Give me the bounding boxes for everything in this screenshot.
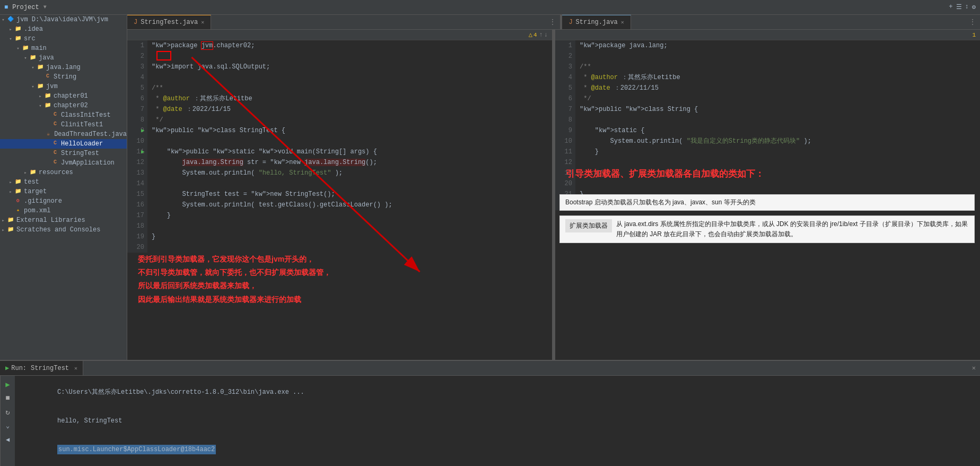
settings-icon[interactable]: ⚙ [972, 3, 976, 11]
tree-arrow-chapter01: ▸ [37, 93, 43, 99]
tab-menu-btn[interactable]: ⋮ [545, 15, 560, 29]
warning-triangle: △ [529, 31, 532, 39]
ext-label-cell: 扩展类加载器 [565, 219, 612, 232]
tab-close-icon2[interactable]: ✕ [621, 19, 624, 25]
console-output: C:\Users\其然乐亦Letitbe\.jdks\corretto-1.8.… [15, 376, 980, 466]
run-gutter-btn2[interactable]: ▶ [141, 146, 145, 157]
code-line-6: */ [580, 93, 976, 104]
tree-label-java-lang: java.lang [46, 64, 81, 71]
code-line-11: ▶ "kw">public "kw">static "kw">void main… [152, 146, 548, 157]
tree-item-java[interactable]: ▾📁java [0, 53, 127, 63]
code-line-6: * @author ：其然乐亦Letitbe [152, 93, 548, 104]
code-line-5: * @date ：2022/11/15 [580, 83, 976, 93]
tree-item-pom[interactable]: ✦pom.xml [0, 206, 127, 215]
cmd-text: C:\Users\其然乐亦Letitbe\.jdks\corretto-1.8.… [57, 389, 304, 396]
output1-text: hello, StringTest [57, 417, 122, 425]
tree-label-clinittest: ClinitTest1 [61, 121, 103, 128]
dropdown-arrow[interactable]: ▼ [43, 4, 47, 10]
tree-arrow-jvm-root: ▾ [0, 17, 6, 23]
tree-item-resources[interactable]: ▸📁resources [0, 168, 127, 177]
tree-item-jvmapplication[interactable]: CJvmApplication [0, 158, 127, 168]
code-line-9: ▶"kw">public "kw">class StringTest { [152, 125, 548, 136]
tab-menu-btn2[interactable]: ⋮ [965, 15, 980, 29]
tree-item-java-lang[interactable]: ▾📁java.lang [0, 63, 127, 72]
line-num-4: 4 [130, 72, 144, 83]
code-line-12: java.lang.String str = "kw">new java.lan… [152, 157, 548, 168]
left-code-lines[interactable]: "kw">package jvm.chapter02; "kw">import … [147, 40, 552, 253]
console-output3 [19, 464, 976, 466]
list-icon[interactable]: ☰ [956, 3, 962, 11]
line-num-7: 7 [558, 104, 572, 115]
tree-arrow-java: ▾ [22, 55, 29, 61]
warning-down-arrow[interactable]: ↓ [544, 31, 548, 39]
tree-arrow-ext-libs: ▸ [0, 218, 6, 223]
tree-label-target: target [24, 188, 47, 195]
tree-item-test[interactable]: ▸📁test [0, 177, 127, 187]
line-num-1: 1 [558, 40, 572, 51]
right-code-lines[interactable]: "kw">package java.lang; /** * @author ：其… [575, 40, 980, 210]
tree-item-chapter02[interactable]: ▾📁chapter02 [0, 101, 127, 110]
tree-item-classinittest[interactable]: CClassInitTest [0, 110, 127, 120]
tree-arrow-target: ▸ [7, 189, 14, 195]
tree-item-jvm-pkg[interactable]: ▾📁jvm [0, 82, 127, 91]
warning-count: 4 [533, 32, 537, 38]
project-sidebar: ▾🔷jvm D:\Java\idea\JVM\jvm▸📁.idea▾📁src▾📁… [0, 15, 127, 360]
project-icon: ■ [4, 4, 8, 11]
tree-arrow-src: ▾ [7, 36, 14, 42]
run-tab-close[interactable]: ✕ [74, 365, 77, 372]
tree-label-java: java [39, 54, 54, 62]
bottom-tab-bar: ▶ Run: StringTest ✕ ✕ [0, 361, 980, 376]
tree-item-stringtest[interactable]: CStringTest [0, 149, 127, 158]
tree-icon-target: 📁 [14, 188, 22, 195]
tree-item-target[interactable]: ▸📁target [0, 187, 127, 196]
tree-icon-pom: ✦ [14, 207, 22, 214]
tab-string[interactable]: J String.java ✕ [562, 15, 631, 29]
tree-item-gitignore[interactable]: ⚙.gitignore [0, 196, 127, 206]
warning-up-arrow[interactable]: ↑ [539, 31, 543, 39]
tree-item-chapter01[interactable]: ▸📁chapter01 [0, 91, 127, 101]
tree-item-string-class[interactable]: CString [0, 72, 127, 82]
tree-icon-clinittest: C [51, 121, 59, 128]
run-tab[interactable]: ▶ Run: StringTest ✕ [0, 361, 83, 375]
warning-count-right: 1 [972, 32, 976, 38]
tree-arrow-resources: ▸ [22, 170, 29, 176]
line-num-16: 16 [130, 200, 144, 210]
tree-item-idea[interactable]: ▸📁.idea [0, 24, 127, 34]
left-code-scroll[interactable]: 1234567891011121314151617181920 "kw">pac… [127, 40, 552, 360]
run-gutter-btn[interactable]: ▶ [141, 125, 145, 136]
tree-icon-chapter01: 📁 [43, 92, 52, 100]
file-tree: ▾🔷jvm D:\Java\idea\JVM\jvm▸📁.idea▾📁src▾📁… [0, 15, 127, 235]
add-icon[interactable]: + [949, 3, 952, 11]
tree-item-helloloader[interactable]: CHelloLoader [0, 139, 127, 149]
scroll-end-icon[interactable]: ⌄ [3, 420, 13, 431]
run-again-icon[interactable]: ▶ [3, 379, 13, 390]
line-num-14: 14 [130, 178, 144, 189]
tree-item-jvm-root[interactable]: ▾🔷jvm D:\Java\idea\JVM\jvm [0, 15, 127, 24]
line-num-10: 10 [130, 136, 144, 146]
code-line-7: * @date ：2022/11/15 [152, 104, 548, 115]
tree-item-scratches[interactable]: ▸📁Scratches and Consoles [0, 225, 127, 235]
tree-label-gitignore: .gitignore [24, 197, 62, 205]
bottom-panel-close[interactable]: ✕ [968, 361, 980, 375]
fold-icon[interactable]: ◀ [3, 434, 13, 445]
tree-item-main[interactable]: ▾📁main [0, 44, 127, 53]
tab-stringtest[interactable]: J StringTest.java ✕ [127, 15, 211, 29]
line-num-8: 8 [130, 115, 144, 125]
sort-icon[interactable]: ↕ [965, 3, 969, 11]
code-line-15: StringTest test = "kw">new StringTest(); [152, 189, 548, 200]
right-code-scroll[interactable]: 12345678910111213202122 "kw">package jav… [555, 40, 980, 360]
tree-icon-ext-libs: 📁 [6, 217, 15, 224]
tree-label-classinittest: ClassInitTest [61, 111, 111, 119]
tree-icon-jvm-root: 🔷 [6, 16, 15, 23]
line-num-6: 6 [558, 93, 572, 104]
stop-icon[interactable]: ■ [3, 393, 13, 403]
tree-item-deadthreadtest[interactable]: ☕DeadThreadTest.java [0, 130, 127, 139]
tree-item-src[interactable]: ▾📁src [0, 34, 127, 44]
tree-item-ext-libs[interactable]: ▸📁External Libraries [0, 215, 127, 225]
tree-icon-resources: 📁 [29, 169, 37, 176]
restart-icon[interactable]: ↻ [3, 407, 13, 417]
tab-close-icon[interactable]: ✕ [201, 19, 204, 25]
editor-tab-bar: J StringTest.java ✕ ⋮ J String.java ✕ ⋮ [127, 15, 980, 30]
tree-icon-src: 📁 [14, 35, 22, 42]
tree-item-clinittest[interactable]: CClinitTest1 [0, 120, 127, 130]
